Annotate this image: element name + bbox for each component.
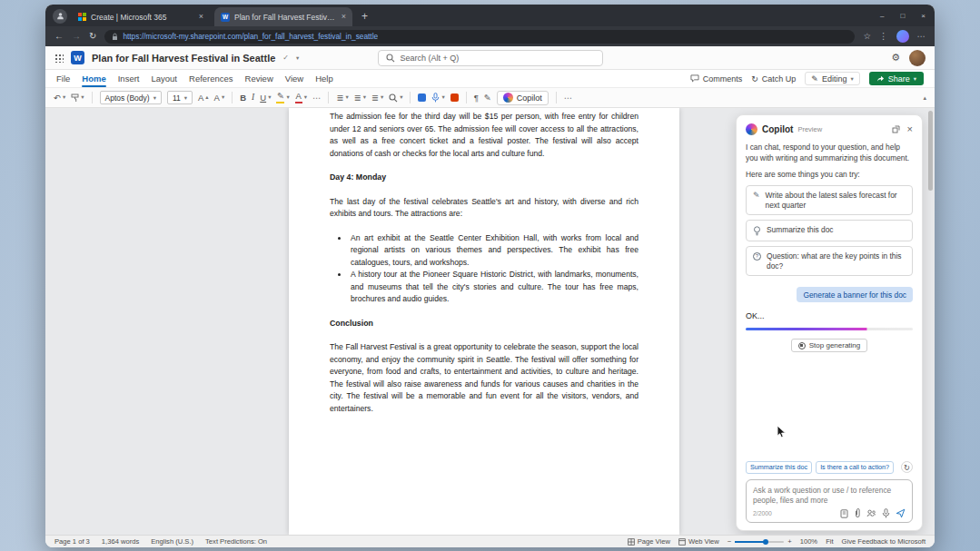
font-size-select[interactable]: 11▾ [167,91,193,104]
zoom-slider[interactable] [735,541,784,543]
browser-profile-icon[interactable] [53,9,67,24]
draw-button[interactable]: ✎ [484,93,491,103]
italic-button[interactable]: I [252,93,254,103]
close-tab-icon[interactable]: × [199,13,203,21]
bold-button[interactable]: B [240,93,246,103]
language-status[interactable]: English (U.S.) [151,537,193,546]
send-icon[interactable] [896,508,906,518]
vertical-scrollbar[interactable] [928,111,933,532]
title-chevron-icon[interactable]: ▾ [296,54,299,62]
mic-icon[interactable] [882,508,890,518]
document-title[interactable]: Plan for Fall Harvest Festival in Seattl… [92,53,275,64]
undo-button[interactable]: ↶▾ [54,93,65,103]
more-font-options-button[interactable]: ⋯ [312,93,322,103]
tab-create-m365[interactable]: Create | Microsoft 365 × [72,7,210,26]
catch-up-button[interactable]: ↻ Catch Up [751,74,796,84]
search-input[interactable]: Search (Alt + Q) [378,50,603,66]
popout-icon[interactable] [892,125,900,133]
favorites-star-icon[interactable]: ☆ [863,32,871,41]
bullet-list-button[interactable]: ≣▾ [336,93,348,103]
dictate-button[interactable]: ▾ [431,93,444,103]
menu-review[interactable]: Review [245,70,273,87]
web-view-toggle[interactable]: Web View [678,537,719,546]
doc-bullet-art-exhibit[interactable]: An art exhibit at the Seattle Center Exh… [349,232,638,270]
find-button[interactable]: ▾ [389,93,402,103]
collapse-ribbon-icon[interactable]: ▴ [923,94,926,102]
people-icon[interactable] [866,509,876,517]
doc-paragraph-conclusion[interactable]: The Fall Harvest Festival is a great opp… [330,341,638,415]
maximize-window-icon[interactable]: □ [900,12,905,20]
suggestion-chip-call-to-action[interactable]: Is there a call to action? [816,461,894,475]
copilot-chat-input[interactable]: Ask a work question or use / to referenc… [746,479,913,523]
close-tab-icon[interactable]: × [342,13,346,21]
ribbon-divider [328,92,329,103]
numbered-list-button[interactable]: ≣▾ [354,93,366,103]
document-page[interactable]: The admission fee for the third day will… [289,108,679,535]
copilot-button[interactable]: Copilot [497,91,549,105]
attach-icon[interactable] [854,508,861,518]
comments-button[interactable]: Comments [690,74,743,84]
suggestion-chip-summarize[interactable]: Summarize this doc [746,461,812,475]
minimize-window-icon[interactable]: – [880,12,884,20]
forward-icon[interactable]: → [72,32,81,41]
copilot-suggestion-write[interactable]: ✎ Write about the latest sales forecast … [746,185,913,215]
browser-menu-icon[interactable]: ⋯ [917,32,926,41]
ribbon-overflow-button[interactable]: ⋯ [564,93,573,103]
new-tab-button[interactable]: + [361,10,368,23]
shrink-font-button[interactable]: A▾ [214,93,225,103]
settings-gear-icon[interactable]: ⚙ [891,52,900,64]
text-predictions-status[interactable]: Text Predictions: On [205,537,267,546]
menu-view[interactable]: View [285,70,303,87]
word-count-status[interactable]: 1,364 words [102,537,139,546]
highlight-color-button[interactable]: ✎▾ [276,92,289,103]
doc-bullet-history-tour[interactable]: A history tour at the Pioneer Square His… [349,269,638,306]
feedback-link[interactable]: Give Feedback to Microsoft [842,537,926,546]
format-painter-button[interactable]: ▾ [71,93,84,103]
font-color-button[interactable]: A▾ [295,92,307,103]
refresh-suggestions-icon[interactable]: ↻ [901,461,913,473]
menu-references[interactable]: References [189,70,233,87]
doc-heading-day4[interactable]: Day 4: Monday [330,172,638,184]
fit-button[interactable]: Fit [826,537,833,546]
editing-mode-button[interactable]: ✎ Editing ▾ [805,72,859,85]
scrollbar-thumb[interactable] [928,111,933,191]
zoom-slider-thumb[interactable] [763,539,768,545]
paragraph-marks-button[interactable]: ¶ [474,93,479,103]
browser-profile-avatar[interactable] [896,30,909,43]
menu-file[interactable]: File [56,70,70,87]
menu-help[interactable]: Help [315,70,333,87]
multilevel-list-button[interactable]: ≣▾ [371,93,383,103]
app-launcher-icon[interactable] [54,54,64,63]
copilot-user-prompt-chip[interactable]: Generate a banner for this doc [797,287,913,302]
editor-button[interactable] [450,93,459,102]
account-avatar[interactable] [909,50,926,66]
close-copilot-icon[interactable]: × [907,124,913,134]
stop-generating-button[interactable]: Stop generating [791,339,868,352]
designer-button[interactable] [418,93,426,102]
menu-home[interactable]: Home [82,70,105,87]
address-bar[interactable]: https://microsoft-my.sharepoint.com/plan… [104,30,855,44]
doc-heading-conclusion[interactable]: Conclusion [330,318,638,330]
collections-icon[interactable]: ⋮ [879,32,888,41]
copilot-suggestion-summarize[interactable]: Summarize this doc [746,220,913,241]
back-icon[interactable]: ← [54,32,64,41]
page-count-status[interactable]: Page 1 of 3 [54,537,90,546]
page-view-toggle[interactable]: Page View [628,537,670,546]
doc-paragraph-day4-intro[interactable]: The last day of the festival celebrates … [330,196,638,221]
underline-button[interactable]: U▾ [260,93,271,103]
menu-layout[interactable]: Layout [151,70,177,87]
doc-paragraph-admission[interactable]: The admission fee for the third day will… [330,111,638,160]
menu-insert[interactable]: Insert [118,70,140,87]
zoom-out-icon[interactable]: − [728,537,731,546]
prompt-book-icon[interactable] [840,509,848,518]
copilot-suggestion-question[interactable]: ? Question: what are the key points in t… [746,246,913,276]
refresh-icon[interactable]: ↻ [89,32,96,41]
grow-font-button[interactable]: A▴ [198,93,209,103]
word-logo[interactable]: W [71,51,84,64]
tab-fall-harvest-doc[interactable]: W Plan for Fall Harvest Festival in Se..… [214,7,352,26]
close-window-icon[interactable]: × [921,12,926,20]
font-family-select[interactable]: Aptos (Body)▾ [100,91,162,104]
share-button[interactable]: Share ▾ [869,72,924,85]
zoom-in-icon[interactable]: + [787,537,791,546]
zoom-level[interactable]: 100% [800,537,817,546]
